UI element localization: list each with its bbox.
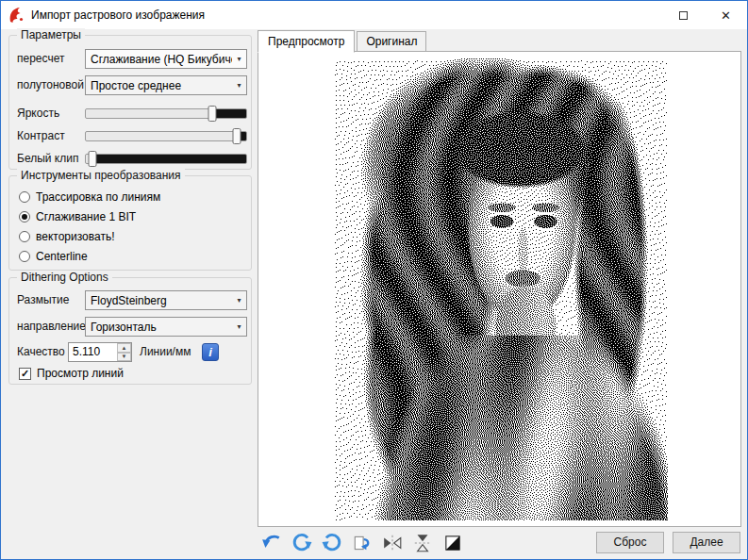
brightness-label: Яркость <box>17 104 59 124</box>
titlebar: Импорт растрового изображения ✕ <box>1 1 747 29</box>
slider-thumb[interactable] <box>232 128 241 144</box>
contrast-label: Контраст <box>17 126 65 146</box>
info-icon: i <box>208 345 212 359</box>
close-button[interactable]: ✕ <box>705 1 747 29</box>
spin-down-button[interactable]: ▼ <box>117 353 131 362</box>
flip-icon <box>352 533 373 553</box>
radio-label: Сглаживание 1 BIT <box>36 210 136 223</box>
white-clip-slider[interactable] <box>85 154 247 164</box>
radio-icon <box>19 231 30 242</box>
resample-select[interactable]: Сглаживание (HQ Бикубичес ▾ <box>85 49 247 69</box>
slider-thumb[interactable] <box>208 106 217 122</box>
quality-input[interactable]: 5.110 <box>69 343 117 361</box>
app-logo-icon <box>8 7 25 24</box>
radio-vectorize[interactable]: векторизовать! <box>19 229 114 244</box>
radio-line-tracing[interactable]: Трассировка по линиям <box>19 189 160 205</box>
preview-pane <box>258 51 741 527</box>
quality-stepper[interactable]: 5.110 ▲ ▼ <box>68 342 132 362</box>
halftone-label: полутоновой <box>17 75 84 95</box>
mirror-vertical-button[interactable] <box>411 532 434 554</box>
contrast-slider[interactable] <box>85 131 247 141</box>
info-button[interactable]: i <box>202 343 219 361</box>
radio-label: Трассировка по линиям <box>36 190 160 204</box>
invert-colors-button[interactable] <box>441 532 464 554</box>
slider-thumb[interactable] <box>88 151 96 167</box>
radio-centerline[interactable]: Centerline <box>19 249 88 264</box>
tab-original[interactable]: Оригинал <box>357 31 426 52</box>
resample-label: пересчет <box>17 49 64 69</box>
checkbox-checked-icon[interactable]: ✓ <box>19 368 31 380</box>
dither-mode-select[interactable]: FloydSteinberg ▾ <box>85 290 247 310</box>
radio-label: Centerline <box>36 250 88 263</box>
conversion-tools-title: Инструменты преобразования <box>17 169 185 182</box>
quality-unit-label: Линии/мм <box>140 342 191 362</box>
dialog-body: Параметры пересчет Сглаживание (HQ Бикуб… <box>1 29 747 559</box>
rotate-ccw-button[interactable] <box>291 532 313 554</box>
quality-label: Качество <box>17 342 65 362</box>
tab-preview[interactable]: Предпросмотр <box>258 30 355 53</box>
preview-tab-strip: Предпросмотр Оригинал <box>258 30 428 52</box>
dithering-options-title: Dithering Options <box>17 271 112 284</box>
direction-value: Горизонталь <box>86 321 232 334</box>
close-icon: ✕ <box>721 8 731 23</box>
revert-button[interactable] <box>260 532 283 554</box>
spin-up-button[interactable]: ▲ <box>117 343 131 353</box>
reset-button[interactable]: Сброс <box>596 532 664 553</box>
dithering-options-group: Dithering Options Размытие FloydSteinber… <box>8 277 252 385</box>
grayscale-value: Простое среднее <box>86 79 232 92</box>
brightness-slider[interactable] <box>85 108 247 119</box>
maximize-button[interactable] <box>662 1 705 29</box>
rotate-ccw-icon <box>291 533 312 553</box>
maximize-icon <box>679 11 688 20</box>
chevron-down-icon: ▾ <box>232 296 246 305</box>
line-direction-select[interactable]: Горизонталь ▾ <box>85 317 247 337</box>
rotate-cw-icon <box>322 533 342 553</box>
white-clip-label: Белый клип <box>17 149 78 169</box>
invert-colors-icon <box>442 533 463 553</box>
mirror-vertical-icon <box>412 533 433 553</box>
radio-dithering-1bit[interactable]: Сглаживание 1 BIT <box>19 209 136 224</box>
radio-checked-icon <box>19 211 30 222</box>
preview-lines-label: Просмотр линий <box>37 367 124 380</box>
chevron-down-icon: ▾ <box>232 322 246 331</box>
revert-icon <box>261 533 282 553</box>
radio-label: векторизовать! <box>36 230 114 243</box>
mirror-horizontal-icon <box>382 533 403 553</box>
window-title: Импорт растрового изображения <box>31 8 205 22</box>
parameters-group: Параметры пересчет Сглаживание (HQ Бикуб… <box>8 35 252 170</box>
conversion-tools-group: Инструменты преобразования Трассировка п… <box>8 175 252 271</box>
dither-mode-label: Размытие <box>17 290 69 310</box>
image-transform-toolbar <box>260 532 464 554</box>
flip-button[interactable] <box>351 532 374 554</box>
radio-icon <box>19 191 30 203</box>
rotate-cw-button[interactable] <box>321 532 343 554</box>
mirror-horizontal-button[interactable] <box>381 532 404 554</box>
radio-icon <box>19 251 30 262</box>
parameters-group-title: Параметры <box>17 28 85 41</box>
dither-mode-value: FloydSteinberg <box>86 294 232 307</box>
chevron-down-icon: ▾ <box>232 55 246 63</box>
next-button[interactable]: Далее <box>673 532 740 553</box>
chevron-down-icon: ▾ <box>232 81 246 90</box>
direction-label: направление <box>17 317 86 337</box>
preview-image <box>332 57 668 520</box>
resample-value: Сглаживание (HQ Бикубичес <box>86 53 232 66</box>
import-raster-dialog: Импорт растрового изображения ✕ Параметр… <box>0 0 748 560</box>
preview-lines-option[interactable]: ✓ Просмотр линий <box>19 366 124 381</box>
grayscale-select[interactable]: Простое среднее ▾ <box>85 75 247 95</box>
